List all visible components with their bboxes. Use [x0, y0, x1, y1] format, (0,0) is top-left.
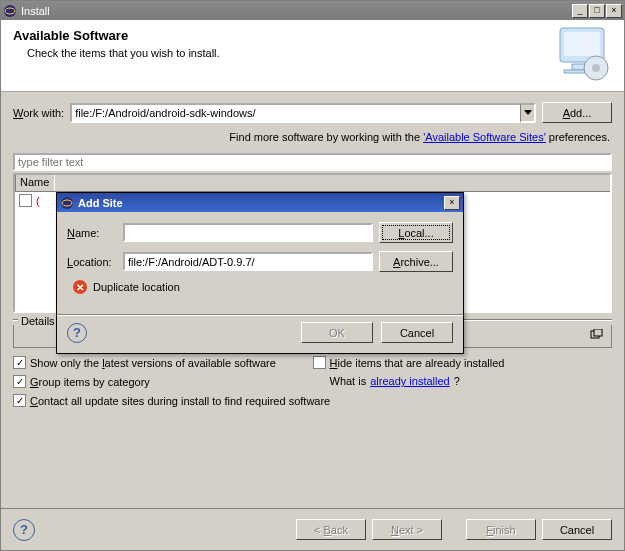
checkbox-icon[interactable]: ✓ [13, 394, 26, 407]
window-title: Install [21, 5, 572, 17]
finish-button: Finish [466, 519, 536, 540]
back-button: < Back [296, 519, 366, 540]
wizard-footer: ? < Back Next > Finish Cancel [1, 508, 624, 550]
opt-group-by-category[interactable]: ✓ Group items by category [13, 375, 313, 388]
details-label: Details [18, 315, 58, 327]
cancel-button[interactable]: Cancel [542, 519, 612, 540]
work-with-label: Work with: [13, 107, 64, 119]
dialog-titlebar: Add Site × [57, 193, 463, 212]
eclipse-icon [60, 196, 74, 210]
archive-button[interactable]: Archive... [379, 251, 453, 272]
svg-point-0 [4, 5, 16, 17]
details-restore-icon[interactable] [589, 329, 605, 341]
error-icon: ✕ [73, 280, 87, 294]
dialog-cancel-button[interactable]: Cancel [381, 322, 453, 343]
work-with-combo[interactable] [70, 103, 536, 123]
work-with-input[interactable] [70, 103, 520, 123]
available-sites-hint: Find more software by working with the '… [13, 131, 610, 143]
row-partial-text: ( [36, 195, 40, 207]
error-text: Duplicate location [93, 281, 180, 293]
install-window: Install _ □ × Available Software Check t… [0, 0, 625, 551]
svg-rect-3 [564, 32, 600, 56]
site-name-input[interactable] [123, 223, 373, 242]
svg-marker-8 [524, 110, 532, 115]
opt-contact-all-sites[interactable]: ✓ Contact all update sites during instal… [13, 394, 612, 407]
window-titlebar: Install _ □ × [1, 1, 624, 20]
name-label: Name: [67, 227, 117, 239]
svg-point-11 [61, 197, 73, 209]
error-row: ✕ Duplicate location [73, 280, 453, 294]
filter-input[interactable] [13, 153, 612, 171]
local-button[interactable]: Local... [379, 222, 453, 243]
next-button: Next > [372, 519, 442, 540]
work-with-dropdown-button[interactable] [520, 103, 536, 123]
column-name[interactable]: Name [15, 175, 55, 191]
available-software-sites-link[interactable]: 'Available Software Sites' [423, 131, 546, 143]
checkbox-icon[interactable]: ✓ [13, 375, 26, 388]
close-button[interactable]: × [606, 4, 622, 18]
dialog-help-icon[interactable]: ? [67, 323, 87, 343]
row-checkbox[interactable] [19, 194, 32, 207]
maximize-button[interactable]: □ [589, 4, 605, 18]
work-with-row: Work with: AAdd...dd... [13, 102, 612, 123]
already-installed-hint: What is already installed? [313, 375, 613, 387]
dialog-close-button[interactable]: × [444, 196, 460, 210]
add-site-button[interactable]: AAdd...dd... [542, 102, 612, 123]
table-header: Name [15, 175, 610, 192]
add-site-dialog: Add Site × Name: Local... Location: Arch… [56, 192, 464, 354]
eclipse-icon [3, 4, 17, 18]
already-installed-link[interactable]: already installed [370, 375, 450, 387]
banner-image-icon [550, 24, 614, 84]
svg-point-7 [592, 64, 600, 72]
minimize-button[interactable]: _ [572, 4, 588, 18]
opt-show-latest[interactable]: ✓ Show only the latest versions of avail… [13, 356, 313, 369]
site-location-input[interactable] [123, 252, 373, 271]
opt-hide-installed[interactable]: Hide items that are already installed [313, 356, 613, 369]
location-label: Location: [67, 256, 117, 268]
checkbox-icon[interactable] [313, 356, 326, 369]
help-icon[interactable]: ? [13, 519, 35, 541]
dialog-ok-button: OK [301, 322, 373, 343]
banner-title: Available Software [13, 28, 612, 43]
banner-subtitle: Check the items that you wish to install… [13, 47, 612, 59]
chevron-down-icon [524, 110, 532, 116]
checkbox-icon[interactable]: ✓ [13, 356, 26, 369]
svg-rect-10 [594, 329, 602, 336]
dialog-title: Add Site [78, 197, 444, 209]
wizard-banner: Available Software Check the items that … [1, 20, 624, 92]
